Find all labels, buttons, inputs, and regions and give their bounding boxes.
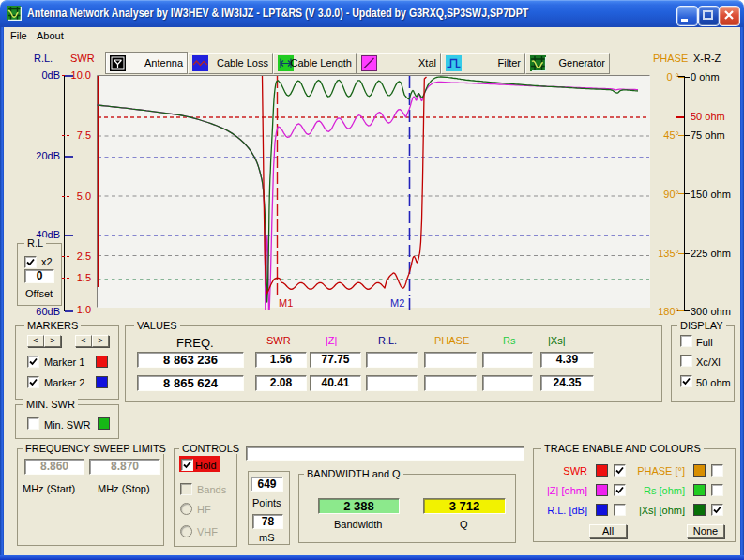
svg-text:M2: M2: [390, 297, 404, 309]
svg-text:M1: M1: [279, 297, 293, 309]
